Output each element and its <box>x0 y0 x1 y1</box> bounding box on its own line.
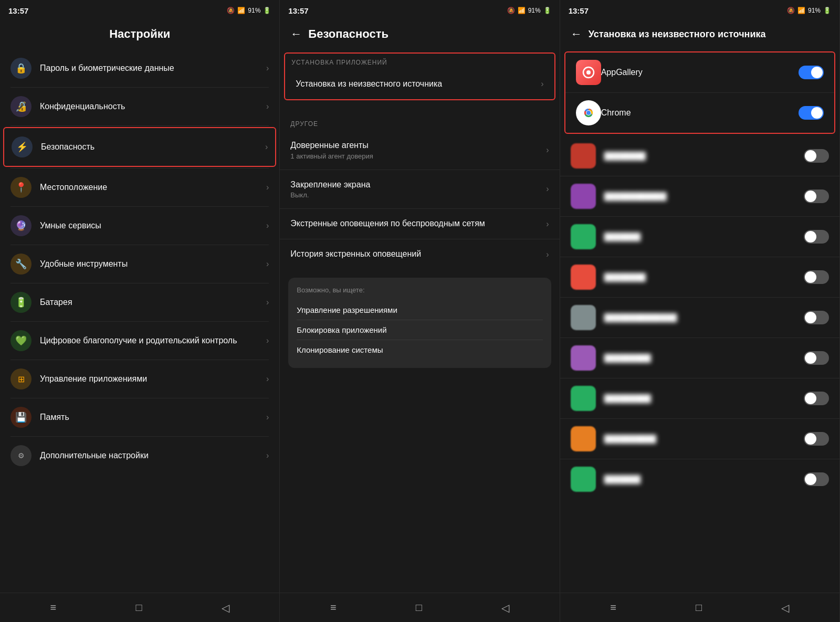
app-item-3[interactable]: ████████ <box>560 136 839 176</box>
app-name-4: ████████████ <box>604 192 804 201</box>
appgallery-item[interactable]: AppGallery <box>565 52 834 93</box>
app-toggle-3[interactable] <box>804 149 829 163</box>
app-toggle-8[interactable] <box>804 351 829 365</box>
app-toggle-9[interactable] <box>804 392 829 405</box>
emergency-broadcast-content: Экстренные оповещения по беспроводным се… <box>290 218 546 229</box>
unknown-source-panel: 13:57 🔕 📶 91% 🔋 ← Установка из неизвестн… <box>560 0 840 622</box>
settings-item-wellbeing[interactable]: 💚 Цифровое благополучие и родительский к… <box>0 322 279 360</box>
privacy-icon: 🔏 <box>10 96 32 117</box>
app-icon-8 <box>571 345 596 371</box>
nav-home-1[interactable]: □ <box>127 599 150 616</box>
app-toggle-10[interactable] <box>804 432 829 446</box>
app-toggle-7[interactable] <box>804 311 829 324</box>
nav-back-2[interactable]: ◁ <box>493 599 518 616</box>
app-toggle-4[interactable] <box>804 189 829 203</box>
signal-icon-3: 🔕 <box>787 7 795 14</box>
suggestion-item-applock[interactable]: Блокировка приложений <box>297 320 542 340</box>
app-item-9[interactable]: █████████ <box>560 378 839 419</box>
nav-back-1[interactable]: ◁ <box>213 599 238 616</box>
toggle-knob-4 <box>805 191 816 202</box>
status-time-3: 13:57 <box>569 6 589 15</box>
trusted-agents-item[interactable]: Доверенные агенты 1 активный агент довер… <box>280 131 559 170</box>
tools-icon: 🔧 <box>10 254 32 275</box>
toggle-knob-11 <box>805 473 816 485</box>
chrome-toggle[interactable] <box>799 106 824 120</box>
toggle-knob-7 <box>805 312 816 323</box>
unknown-source-header: ← Установка из неизвестного источника <box>560 21 839 49</box>
app-name-3: ████████ <box>604 152 804 160</box>
settings-item-privacy[interactable]: 🔏 Конфиденциальность › <box>0 88 279 125</box>
screen-pin-item[interactable]: Закрепление экрана Выкл. › <box>280 170 559 209</box>
smart-icon: 🔮 <box>10 215 32 236</box>
status-bar-2: 13:57 🔕 📶 91% 🔋 <box>280 0 559 21</box>
nav-home-3[interactable]: □ <box>687 599 710 616</box>
settings-item-security[interactable]: ⚡ Безопасность › <box>4 128 275 166</box>
app-item-6[interactable]: ████████ <box>560 257 839 298</box>
app-toggle-11[interactable] <box>804 472 829 486</box>
battery-indicator-1: 🔋 <box>263 7 271 14</box>
emergency-broadcast-item[interactable]: Экстренные оповещения по беспроводным се… <box>280 209 559 239</box>
emergency-history-item[interactable]: История экстренных оповещений › <box>280 239 559 269</box>
settings-item-storage[interactable]: 💾 Память › <box>0 398 279 436</box>
nav-menu-3[interactable]: ≡ <box>602 599 625 616</box>
suggestion-item-permissions[interactable]: Управление разрешениями <box>297 300 542 320</box>
battery-setting-icon: 🔋 <box>10 292 32 313</box>
toggle-knob-3 <box>805 150 816 162</box>
settings-item-apps[interactable]: ⊞ Управление приложениями › <box>0 360 279 398</box>
settings-list: 🔒 Пароль и биометрические данные › 🔏 Кон… <box>0 49 279 593</box>
security-back-button[interactable]: ← <box>290 27 302 41</box>
unknown-source-back-button[interactable]: ← <box>571 27 582 41</box>
app-name-8: █████████ <box>604 354 804 362</box>
nav-home-2[interactable]: □ <box>407 599 430 616</box>
apps-content: Управление приложениями <box>40 374 266 385</box>
wifi-icon-2: 📶 <box>518 7 526 14</box>
battery-indicator-3: 🔋 <box>823 7 831 14</box>
chrome-item[interactable]: Chrome <box>565 93 834 133</box>
storage-content: Память <box>40 412 266 423</box>
nav-menu-1[interactable]: ≡ <box>42 599 65 616</box>
app-name-11: ███████ <box>604 475 804 483</box>
more-content: Дополнительные настройки <box>40 450 266 461</box>
suggestion-item-clone[interactable]: Клонирование системы <box>297 340 542 360</box>
security-header: ← Безопасность <box>280 21 559 49</box>
location-content: Местоположение <box>40 182 266 193</box>
app-item-11[interactable]: ███████ <box>560 459 839 499</box>
app-item-5[interactable]: ███████ <box>560 217 839 257</box>
security-page-title: Безопасность <box>308 27 388 41</box>
battery-content: Батарея <box>40 297 266 308</box>
settings-item-location[interactable]: 📍 Местоположение › <box>0 168 279 206</box>
smart-title: Умные сервисы <box>40 220 266 231</box>
nav-menu-2[interactable]: ≡ <box>322 599 345 616</box>
appgallery-toggle[interactable] <box>799 66 824 79</box>
security-icon: ⚡ <box>12 136 33 157</box>
battery-indicator-2: 🔋 <box>543 7 551 14</box>
settings-item-password[interactable]: 🔒 Пароль и биометрические данные › <box>0 49 279 87</box>
settings-item-battery[interactable]: 🔋 Батарея › <box>0 283 279 321</box>
nav-back-3[interactable]: ◁ <box>773 599 797 616</box>
security-list: УСТАНОВКА ПРИЛОЖЕНИЙ Установка из неизве… <box>280 49 559 593</box>
tools-arrow: › <box>266 259 269 269</box>
privacy-title: Конфиденциальность <box>40 101 266 112</box>
emergency-history-title: История экстренных оповещений <box>290 249 546 260</box>
app-toggle-6[interactable] <box>804 270 829 284</box>
app-toggle-5[interactable] <box>804 230 829 244</box>
appgallery-icon <box>576 60 601 85</box>
screen-pin-title: Закрепление экрана <box>290 180 546 191</box>
install-apps-highlight: УСТАНОВКА ПРИЛОЖЕНИЙ Установка из неизве… <box>284 52 555 100</box>
signal-icon-1: 🔕 <box>227 7 235 14</box>
app-item-8[interactable]: █████████ <box>560 338 839 378</box>
wifi-icon-3: 📶 <box>797 7 805 14</box>
screen-pin-subtitle: Выкл. <box>290 191 546 199</box>
app-item-4[interactable]: ████████████ <box>560 176 839 217</box>
app-item-7[interactable]: ██████████████ <box>560 298 839 338</box>
password-content: Пароль и биометрические данные <box>40 63 266 74</box>
app-item-10[interactable]: ██████████ <box>560 419 839 459</box>
settings-item-smart[interactable]: 🔮 Умные сервисы › <box>0 207 279 245</box>
settings-item-more[interactable]: ⚙ Дополнительные настройки › <box>0 437 279 475</box>
unknown-source-item[interactable]: Установка из неизвестного источника › <box>285 69 554 99</box>
app-name-5: ███████ <box>604 233 804 241</box>
settings-item-tools[interactable]: 🔧 Удобные инструменты › <box>0 245 279 283</box>
toggle-knob-6 <box>805 271 816 283</box>
screen-pin-content: Закрепление экрана Выкл. <box>290 180 546 199</box>
unknown-source-title: Установка из неизвестного источника <box>296 79 541 90</box>
